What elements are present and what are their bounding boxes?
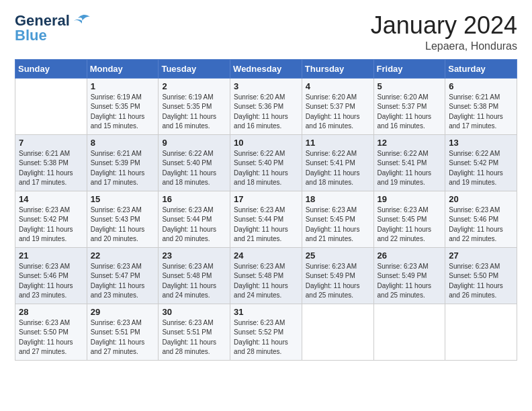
day-number: 3 (234, 81, 298, 91)
day-number: 7 (19, 138, 83, 148)
sunrise-text: Sunrise: 6:23 AM (19, 205, 83, 216)
col-sunday: Sunday (15, 59, 87, 78)
day-number: 23 (162, 250, 226, 261)
table-row (302, 304, 373, 360)
day-number: 4 (306, 81, 370, 91)
day-number: 28 (19, 307, 83, 317)
daylight-text-cont: and 25 minutes. (306, 291, 370, 301)
day-info: Sunrise: 6:19 AMSunset: 5:35 PMDaylight:… (91, 93, 155, 132)
location: Lepaera, Honduras (371, 40, 517, 52)
table-row: 12Sunrise: 6:22 AMSunset: 5:41 PMDayligh… (373, 134, 445, 191)
table-row: 19Sunrise: 6:23 AMSunset: 5:45 PMDayligh… (373, 191, 445, 247)
sunrise-text: Sunrise: 6:23 AM (234, 318, 298, 328)
table-row: 24Sunrise: 6:23 AMSunset: 5:48 PMDayligh… (230, 247, 302, 304)
daylight-text: Daylight: 11 hours (91, 225, 155, 235)
daylight-text: Daylight: 11 hours (91, 338, 155, 348)
daylight-text-cont: and 24 minutes. (234, 291, 298, 301)
day-info: Sunrise: 6:23 AMSunset: 5:51 PMDaylight:… (162, 318, 226, 357)
day-number: 18 (306, 194, 370, 204)
day-info: Sunrise: 6:23 AMSunset: 5:44 PMDaylight:… (162, 205, 226, 244)
daylight-text-cont: and 15 minutes. (91, 122, 155, 132)
table-row: 20Sunrise: 6:23 AMSunset: 5:46 PMDayligh… (445, 191, 517, 247)
table-row: 7Sunrise: 6:21 AMSunset: 5:38 PMDaylight… (15, 134, 87, 191)
daylight-text-cont: and 24 minutes. (162, 291, 226, 301)
day-info: Sunrise: 6:22 AMSunset: 5:40 PMDaylight:… (234, 149, 298, 188)
daylight-text: Daylight: 11 hours (19, 225, 83, 235)
day-number: 13 (449, 138, 513, 148)
day-number: 9 (162, 138, 226, 148)
sunrise-text: Sunrise: 6:22 AM (378, 149, 442, 159)
sunset-text: Sunset: 5:37 PM (378, 102, 442, 112)
table-row: 29Sunrise: 6:23 AMSunset: 5:51 PMDayligh… (87, 304, 159, 360)
daylight-text-cont: and 18 minutes. (234, 178, 298, 188)
daylight-text: Daylight: 11 hours (378, 281, 442, 291)
daylight-text-cont: and 25 minutes. (378, 291, 442, 301)
logo: General Blue (15, 12, 91, 44)
table-row: 3Sunrise: 6:20 AMSunset: 5:36 PMDaylight… (230, 78, 302, 134)
sunrise-text: Sunrise: 6:22 AM (306, 149, 370, 159)
sunrise-text: Sunrise: 6:21 AM (449, 93, 513, 103)
sunset-text: Sunset: 5:45 PM (306, 215, 370, 225)
col-tuesday: Tuesday (159, 59, 230, 78)
sunset-text: Sunset: 5:37 PM (306, 102, 370, 112)
daylight-text: Daylight: 11 hours (449, 169, 513, 179)
daylight-text-cont: and 20 minutes. (162, 234, 226, 244)
sunset-text: Sunset: 5:41 PM (378, 158, 442, 169)
sunset-text: Sunset: 5:50 PM (19, 328, 83, 338)
sunset-text: Sunset: 5:46 PM (449, 215, 513, 225)
title-section: January 2024 Lepaera, Honduras (371, 12, 517, 52)
daylight-text-cont: and 19 minutes. (449, 178, 513, 188)
day-number: 8 (91, 138, 155, 148)
sunrise-text: Sunrise: 6:22 AM (162, 149, 226, 159)
day-number: 22 (91, 250, 155, 261)
daylight-text: Daylight: 11 hours (162, 281, 226, 291)
day-info: Sunrise: 6:20 AMSunset: 5:36 PMDaylight:… (234, 93, 298, 132)
sunrise-text: Sunrise: 6:23 AM (19, 318, 83, 328)
table-row: 11Sunrise: 6:22 AMSunset: 5:41 PMDayligh… (302, 134, 373, 191)
day-number: 16 (162, 194, 226, 204)
day-info: Sunrise: 6:21 AMSunset: 5:39 PMDaylight:… (91, 149, 155, 188)
daylight-text-cont: and 19 minutes. (378, 178, 442, 188)
table-row (373, 304, 445, 360)
daylight-text-cont: and 28 minutes. (162, 347, 226, 357)
sunrise-text: Sunrise: 6:23 AM (162, 318, 226, 328)
daylight-text-cont: and 18 minutes. (162, 178, 226, 188)
calendar-week-row: 7Sunrise: 6:21 AMSunset: 5:38 PMDaylight… (15, 134, 517, 191)
day-number: 19 (378, 194, 442, 204)
sunset-text: Sunset: 5:51 PM (162, 328, 226, 338)
sunset-text: Sunset: 5:48 PM (234, 271, 298, 281)
daylight-text-cont: and 17 minutes. (449, 122, 513, 132)
daylight-text-cont: and 18 minutes. (306, 178, 370, 188)
day-info: Sunrise: 6:23 AMSunset: 5:46 PMDaylight:… (19, 262, 83, 301)
table-row: 2Sunrise: 6:19 AMSunset: 5:35 PMDaylight… (159, 78, 230, 134)
day-info: Sunrise: 6:22 AMSunset: 5:42 PMDaylight:… (449, 149, 513, 188)
daylight-text: Daylight: 11 hours (378, 169, 442, 179)
day-number: 29 (91, 307, 155, 317)
calendar-week-row: 28Sunrise: 6:23 AMSunset: 5:50 PMDayligh… (15, 304, 517, 360)
sunrise-text: Sunrise: 6:23 AM (19, 262, 83, 272)
day-info: Sunrise: 6:22 AMSunset: 5:41 PMDaylight:… (378, 149, 442, 188)
sunrise-text: Sunrise: 6:20 AM (306, 93, 370, 103)
daylight-text-cont: and 27 minutes. (91, 347, 155, 357)
day-info: Sunrise: 6:23 AMSunset: 5:52 PMDaylight:… (234, 318, 298, 357)
daylight-text-cont: and 16 minutes. (378, 122, 442, 132)
daylight-text-cont: and 16 minutes. (306, 122, 370, 132)
daylight-text: Daylight: 11 hours (306, 112, 370, 122)
day-info: Sunrise: 6:23 AMSunset: 5:45 PMDaylight:… (306, 205, 370, 244)
sunset-text: Sunset: 5:48 PM (162, 271, 226, 281)
calendar-week-row: 21Sunrise: 6:23 AMSunset: 5:46 PMDayligh… (15, 247, 517, 304)
sunrise-text: Sunrise: 6:23 AM (449, 262, 513, 272)
daylight-text: Daylight: 11 hours (162, 169, 226, 179)
sunrise-text: Sunrise: 6:22 AM (449, 149, 513, 159)
day-number: 30 (162, 307, 226, 317)
day-info: Sunrise: 6:22 AMSunset: 5:40 PMDaylight:… (162, 149, 226, 188)
day-info: Sunrise: 6:23 AMSunset: 5:48 PMDaylight:… (162, 262, 226, 301)
day-info: Sunrise: 6:19 AMSunset: 5:35 PMDaylight:… (162, 93, 226, 132)
daylight-text: Daylight: 11 hours (306, 169, 370, 179)
sunrise-text: Sunrise: 6:23 AM (306, 262, 370, 272)
daylight-text-cont: and 27 minutes. (19, 347, 83, 357)
table-row (445, 304, 517, 360)
sunrise-text: Sunrise: 6:22 AM (234, 149, 298, 159)
sunrise-text: Sunrise: 6:19 AM (162, 93, 226, 103)
day-info: Sunrise: 6:21 AMSunset: 5:38 PMDaylight:… (19, 149, 83, 188)
